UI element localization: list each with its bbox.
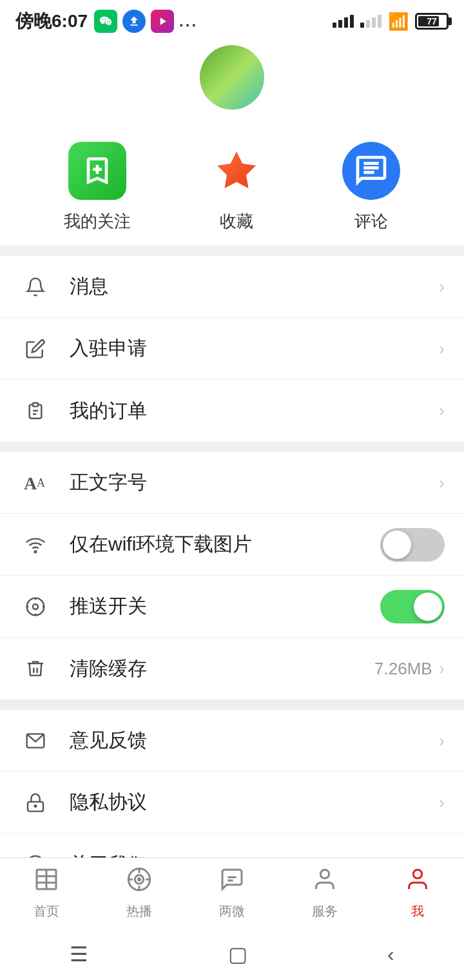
separator-2 [0, 442, 464, 452]
bottom-navigation: 首页 热播 两微 [0, 858, 464, 928]
bell-icon [19, 277, 52, 297]
profile-avatar-section [0, 39, 464, 122]
hot-nav-icon [126, 867, 152, 899]
feedback-arrow: › [439, 730, 445, 751]
comments-label: 评论 [354, 210, 388, 233]
quick-actions-row: 我的关注 收藏 评论 [0, 122, 464, 246]
svg-point-32 [413, 870, 421, 878]
nav-me[interactable]: 我 [371, 867, 464, 920]
mail-icon [19, 730, 52, 751]
video-icon [151, 10, 174, 33]
push-icon [19, 596, 52, 617]
liangwei-nav-label: 两微 [219, 903, 245, 920]
lock-icon [19, 792, 52, 813]
service-nav-icon [312, 867, 338, 899]
my-comments-item[interactable]: 评论 [342, 142, 400, 233]
menu-item-fontsize[interactable]: A A 正文字号 › [0, 452, 464, 514]
android-menu-btn[interactable]: ☰ [70, 942, 88, 966]
nav-hot[interactable]: 热播 [93, 867, 186, 920]
orders-icon [19, 400, 52, 421]
liangwei-nav-icon [219, 867, 245, 899]
messages-arrow: › [439, 277, 445, 297]
android-back-btn[interactable]: ‹ [387, 943, 394, 966]
trash-icon [19, 658, 52, 679]
svg-point-5 [35, 551, 37, 553]
wifi-toggle-container [380, 528, 445, 562]
svg-rect-0 [33, 403, 38, 406]
upload-icon [122, 10, 146, 33]
messages-label: 消息 [70, 273, 439, 300]
android-home-btn[interactable]: ▢ [228, 942, 247, 966]
menu-item-cache[interactable]: 清除缓存 7.26MB › [0, 638, 464, 700]
signal-weak-icon [360, 15, 382, 28]
svg-point-7 [33, 604, 38, 609]
privacy-label: 隐私协议 [70, 789, 439, 816]
separator-1 [0, 246, 464, 256]
status-time: 傍晚6:07 [15, 9, 88, 34]
menu-section-2: A A 正文字号 › 仅在wifi环境下载图片 [0, 452, 464, 700]
feedback-label: 意见反馈 [70, 727, 439, 754]
menu-item-privacy[interactable]: 隐私协议 › [0, 772, 464, 834]
cache-size: 7.26MB [374, 659, 432, 679]
follow-icon-bg [68, 142, 126, 200]
battery-indicator: 77 [415, 13, 449, 30]
menu-item-wifi-download[interactable]: 仅在wifi环境下载图片 [0, 514, 464, 576]
menu-item-apply[interactable]: 入驻申请 › [0, 318, 464, 380]
collection-label: 收藏 [220, 210, 253, 233]
apply-arrow: › [439, 338, 445, 359]
service-nav-label: 服务 [312, 903, 338, 920]
my-collection-item[interactable]: 收藏 [208, 142, 266, 233]
svg-point-14 [35, 805, 37, 807]
wifi-download-toggle[interactable] [380, 528, 445, 562]
wechat-icon [94, 10, 117, 33]
status-bar: 傍晚6:07 ... [0, 0, 464, 39]
wifi-download-icon [19, 534, 52, 555]
collection-icon-bg [208, 142, 266, 200]
fontsize-arrow: › [439, 473, 445, 493]
my-follow-item[interactable]: 我的关注 [64, 142, 131, 233]
me-nav-icon [405, 867, 430, 899]
push-toggle[interactable] [380, 590, 445, 623]
svg-text:A: A [24, 473, 37, 493]
home-nav-icon [34, 867, 59, 899]
privacy-arrow: › [439, 792, 445, 813]
svg-point-26 [138, 878, 140, 880]
menu-item-feedback[interactable]: 意见反馈 › [0, 710, 464, 772]
edit-icon [19, 338, 52, 359]
nav-liangwei[interactable]: 两微 [186, 867, 278, 920]
nav-service[interactable]: 服务 [278, 867, 371, 920]
hot-nav-label: 热播 [126, 903, 152, 920]
cache-label: 清除缓存 [70, 656, 374, 682]
fontsize-label: 正文字号 [70, 469, 439, 496]
status-dots: ... [179, 12, 198, 30]
menu-section-1: 消息 › 入驻申请 › 我的订单 › [0, 256, 464, 442]
separator-3 [0, 700, 464, 710]
menu-item-orders[interactable]: 我的订单 › [0, 380, 464, 442]
avatar [200, 45, 264, 110]
android-nav-bar: ☰ ▢ ‹ [0, 928, 464, 980]
nav-home[interactable]: 首页 [0, 867, 93, 920]
svg-point-6 [27, 598, 44, 615]
svg-point-31 [320, 870, 329, 878]
wifi-status-icon: 📶 [388, 12, 409, 32]
push-toggle-container [380, 590, 445, 623]
signal-strong-icon [333, 15, 354, 28]
push-label: 推送开关 [70, 593, 380, 620]
comments-icon-bg [342, 142, 400, 200]
cache-value-container: 7.26MB › [374, 658, 445, 679]
wifi-download-label: 仅在wifi环境下载图片 [70, 531, 380, 558]
font-icon: A A [19, 473, 52, 493]
menu-item-push[interactable]: 推送开关 [0, 576, 464, 638]
orders-arrow: › [439, 400, 445, 421]
home-nav-label: 首页 [34, 903, 59, 920]
svg-text:A: A [37, 476, 45, 489]
orders-label: 我的订单 [70, 398, 439, 424]
me-nav-label: 我 [411, 903, 424, 920]
apply-label: 入驻申请 [70, 335, 439, 362]
menu-item-messages[interactable]: 消息 › [0, 256, 464, 318]
follow-label: 我的关注 [64, 210, 131, 233]
